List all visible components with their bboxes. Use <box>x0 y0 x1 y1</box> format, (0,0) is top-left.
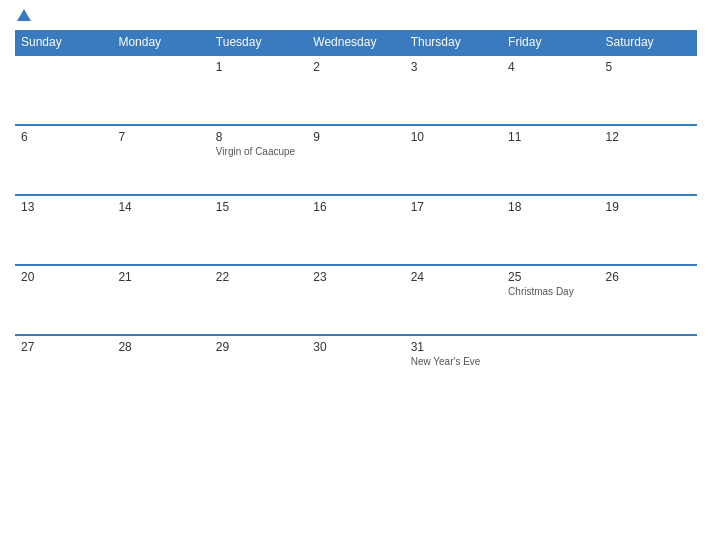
day-number: 25 <box>508 270 593 284</box>
calendar-cell: 14 <box>112 195 209 265</box>
day-number: 15 <box>216 200 301 214</box>
calendar-cell: 23 <box>307 265 404 335</box>
holiday-label: Virgin of Caacupe <box>216 146 301 157</box>
weekday-header-wednesday: Wednesday <box>307 30 404 55</box>
weekday-header-monday: Monday <box>112 30 209 55</box>
calendar-cell: 25Christmas Day <box>502 265 599 335</box>
weekday-header-friday: Friday <box>502 30 599 55</box>
day-number: 6 <box>21 130 106 144</box>
calendar-cell <box>15 55 112 125</box>
calendar-cell: 29 <box>210 335 307 405</box>
day-number: 12 <box>606 130 691 144</box>
page: SundayMondayTuesdayWednesdayThursdayFrid… <box>0 0 712 550</box>
calendar-cell: 12 <box>600 125 697 195</box>
day-number: 5 <box>606 60 691 74</box>
calendar-cell: 1 <box>210 55 307 125</box>
day-number: 7 <box>118 130 203 144</box>
calendar-cell: 24 <box>405 265 502 335</box>
day-number: 14 <box>118 200 203 214</box>
calendar-week-0: 12345 <box>15 55 697 125</box>
day-number: 8 <box>216 130 301 144</box>
calendar-week-2: 13141516171819 <box>15 195 697 265</box>
day-number: 28 <box>118 340 203 354</box>
day-number: 17 <box>411 200 496 214</box>
day-number: 26 <box>606 270 691 284</box>
calendar-cell <box>112 55 209 125</box>
calendar-cell: 8Virgin of Caacupe <box>210 125 307 195</box>
calendar-cell: 13 <box>15 195 112 265</box>
calendar-cell: 7 <box>112 125 209 195</box>
calendar-cell: 16 <box>307 195 404 265</box>
day-number: 18 <box>508 200 593 214</box>
calendar-cell <box>600 335 697 405</box>
calendar-cell: 9 <box>307 125 404 195</box>
holiday-label: New Year's Eve <box>411 356 496 367</box>
calendar-cell <box>502 335 599 405</box>
calendar-cell: 26 <box>600 265 697 335</box>
day-number: 16 <box>313 200 398 214</box>
day-number: 2 <box>313 60 398 74</box>
calendar-cell: 18 <box>502 195 599 265</box>
weekday-header-sunday: Sunday <box>15 30 112 55</box>
calendar-cell: 3 <box>405 55 502 125</box>
calendar-cell: 10 <box>405 125 502 195</box>
day-number: 23 <box>313 270 398 284</box>
calendar-week-1: 678Virgin of Caacupe9101112 <box>15 125 697 195</box>
logo-triangle-icon <box>17 9 31 21</box>
calendar-cell: 31New Year's Eve <box>405 335 502 405</box>
day-number: 29 <box>216 340 301 354</box>
calendar-table: SundayMondayTuesdayWednesdayThursdayFrid… <box>15 30 697 405</box>
calendar-cell: 11 <box>502 125 599 195</box>
weekday-header-tuesday: Tuesday <box>210 30 307 55</box>
day-number: 10 <box>411 130 496 144</box>
day-number: 19 <box>606 200 691 214</box>
calendar-week-4: 2728293031New Year's Eve <box>15 335 697 405</box>
weekday-header-row: SundayMondayTuesdayWednesdayThursdayFrid… <box>15 30 697 55</box>
day-number: 13 <box>21 200 106 214</box>
calendar-cell: 17 <box>405 195 502 265</box>
day-number: 21 <box>118 270 203 284</box>
day-number: 11 <box>508 130 593 144</box>
day-number: 9 <box>313 130 398 144</box>
holiday-label: Christmas Day <box>508 286 593 297</box>
calendar-body: 12345678Virgin of Caacupe910111213141516… <box>15 55 697 405</box>
calendar-cell: 5 <box>600 55 697 125</box>
calendar-cell: 22 <box>210 265 307 335</box>
day-number: 22 <box>216 270 301 284</box>
calendar-cell: 30 <box>307 335 404 405</box>
day-number: 30 <box>313 340 398 354</box>
calendar-header: SundayMondayTuesdayWednesdayThursdayFrid… <box>15 30 697 55</box>
day-number: 1 <box>216 60 301 74</box>
calendar-cell: 19 <box>600 195 697 265</box>
calendar-cell: 15 <box>210 195 307 265</box>
calendar-week-3: 202122232425Christmas Day26 <box>15 265 697 335</box>
day-number: 4 <box>508 60 593 74</box>
weekday-header-saturday: Saturday <box>600 30 697 55</box>
day-number: 20 <box>21 270 106 284</box>
day-number: 27 <box>21 340 106 354</box>
calendar-cell: 20 <box>15 265 112 335</box>
day-number: 31 <box>411 340 496 354</box>
calendar-cell: 6 <box>15 125 112 195</box>
calendar-cell: 4 <box>502 55 599 125</box>
day-number: 3 <box>411 60 496 74</box>
calendar-cell: 21 <box>112 265 209 335</box>
day-number: 24 <box>411 270 496 284</box>
calendar-cell: 2 <box>307 55 404 125</box>
calendar-cell: 27 <box>15 335 112 405</box>
weekday-header-thursday: Thursday <box>405 30 502 55</box>
logo <box>15 10 31 22</box>
header <box>15 10 697 22</box>
calendar-cell: 28 <box>112 335 209 405</box>
